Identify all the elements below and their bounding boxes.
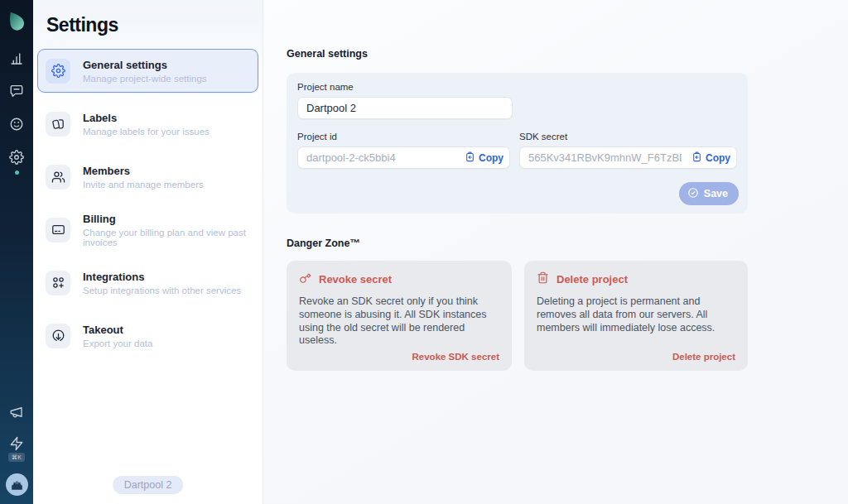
gear-icon xyxy=(46,59,70,84)
nav-item-labels[interactable]: Labels Manage labels for your issues xyxy=(37,102,258,146)
nav-item-description: Invite and manage members xyxy=(83,180,204,190)
revoke-secret-card: Revoke secret Revoke an SDK secret only … xyxy=(287,261,512,371)
delete-project-title: Delete project xyxy=(556,273,628,286)
main-content: General settings Project name Dartpool 2… xyxy=(263,0,848,504)
nav-item-label: Takeout xyxy=(83,324,152,336)
settings-gear-icon[interactable] xyxy=(9,150,24,165)
takeout-download-icon xyxy=(46,324,70,348)
nav-item-label: Integrations xyxy=(83,271,241,283)
app-window: ⌘K Settings General settings Manage proj… xyxy=(0,0,848,504)
key-icon xyxy=(299,271,311,287)
nav-item-members[interactable]: Members Invite and manage members xyxy=(37,155,258,199)
active-page-dot xyxy=(15,170,19,175)
nav-item-general-settings[interactable]: General settings Manage project-wide set… xyxy=(37,49,258,93)
shortcut-badge: ⌘K xyxy=(8,453,26,462)
copy-button-label: Copy xyxy=(479,152,504,164)
save-button-label: Save xyxy=(704,188,728,199)
billing-card-icon xyxy=(46,218,70,242)
members-icon xyxy=(46,165,70,190)
delete-project-body: Deleting a project is permanent and remo… xyxy=(537,295,735,334)
general-settings-card: Project name Dartpool 2 Project id dartp… xyxy=(287,73,748,214)
settings-nav-list: General settings Manage project-wide set… xyxy=(33,49,263,358)
project-name-label: Project name xyxy=(297,82,737,92)
page-title: Settings xyxy=(46,14,263,36)
general-settings-heading: General settings xyxy=(287,48,368,60)
nav-item-description: Change your billing plan and view past i… xyxy=(83,228,258,247)
integrations-icon xyxy=(46,271,70,295)
project-badge[interactable]: Dartpool 2 xyxy=(113,476,184,494)
chat-icon[interactable] xyxy=(9,84,24,98)
app-logo-drop-icon[interactable] xyxy=(6,10,27,31)
nav-item-label: Billing xyxy=(83,213,258,225)
danger-zone-heading: Danger Zone™ xyxy=(287,238,360,249)
command-zap-icon[interactable] xyxy=(9,436,24,451)
nav-item-takeout[interactable]: Takeout Export your data xyxy=(37,314,258,358)
icon-rail: ⌘K xyxy=(0,0,33,504)
settings-nav-panel: Settings General settings Manage project… xyxy=(33,0,263,504)
copy-button-label: Copy xyxy=(706,152,730,164)
smiley-icon[interactable] xyxy=(9,117,24,132)
delete-project-card: Delete project Deleting a project is per… xyxy=(524,261,748,371)
sdk-secret-label: SDK secret xyxy=(519,132,737,142)
project-id-label: Project id xyxy=(297,132,510,142)
copy-sdk-secret-button[interactable]: Copy xyxy=(688,151,730,165)
project-id-value: dartpool-2-ck5bbi4 xyxy=(306,151,455,164)
analytics-icon[interactable] xyxy=(9,51,24,66)
nav-item-label: Labels xyxy=(83,112,210,124)
revoke-secret-body: Revoke an SDK secret only if you think s… xyxy=(299,295,499,348)
user-avatar[interactable] xyxy=(6,473,28,496)
nav-item-billing[interactable]: Billing Change your billing plan and vie… xyxy=(37,208,258,252)
nav-item-description: Manage project-wide settings xyxy=(83,74,207,84)
project-name-value: Dartpool 2 xyxy=(306,102,504,114)
announcements-megaphone-icon[interactable] xyxy=(9,405,24,420)
copy-project-id-button[interactable]: Copy xyxy=(461,151,504,165)
labels-icon xyxy=(46,112,70,137)
save-button[interactable]: Save xyxy=(679,182,739,205)
clipboard-copy-icon xyxy=(691,151,702,165)
revoke-sdk-secret-link[interactable]: Revoke SDK secret xyxy=(412,352,499,362)
check-circle-icon xyxy=(687,187,699,201)
nav-item-description: Setup integrations with other services xyxy=(83,286,241,295)
nav-item-description: Export your data xyxy=(83,338,152,348)
delete-project-link[interactable]: Delete project xyxy=(672,352,735,362)
nav-item-integrations[interactable]: Integrations Setup integrations with oth… xyxy=(37,261,258,305)
clipboard-copy-icon xyxy=(465,151,475,165)
sdk-secret-value: 565Kv341RBvK9mhnW_F6TzBDvxiMnq! xyxy=(528,151,682,164)
project-name-input[interactable]: Dartpool 2 xyxy=(297,97,513,119)
nav-item-label: Members xyxy=(83,165,204,177)
project-id-input[interactable]: dartpool-2-ck5bbi4 Copy xyxy=(297,146,510,169)
nav-item-label: General settings xyxy=(83,59,207,71)
trash-icon xyxy=(537,271,549,287)
nav-item-description: Manage labels for your issues xyxy=(83,127,210,137)
sdk-secret-input[interactable]: 565Kv341RBvK9mhnW_F6TzBDvxiMnq! Copy xyxy=(519,146,737,169)
revoke-secret-title: Revoke secret xyxy=(319,273,392,286)
